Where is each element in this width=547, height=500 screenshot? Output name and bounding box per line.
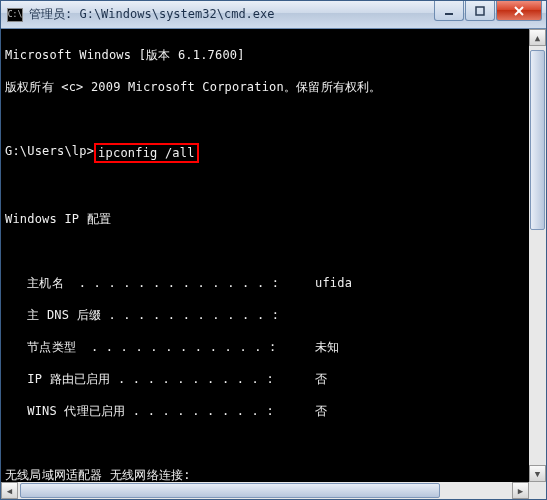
close-button[interactable] <box>496 1 542 21</box>
console-output[interactable]: Microsoft Windows [版本 6.1.7600] 版权所有 <c>… <box>1 29 546 499</box>
window-frame: C:\ 管理员: G:\Windows\system32\cmd.exe Mic… <box>0 0 547 500</box>
close-icon <box>513 5 525 17</box>
scroll-down-button[interactable]: ▼ <box>529 465 546 482</box>
vertical-scrollbar[interactable]: ▲ ▼ <box>529 29 546 482</box>
ip-route-label: IP 路由已启用 . . . . . . . . . . : <box>5 371 315 387</box>
header-line2: 版权所有 <c> 2009 Microsoft Corporation。保留所有… <box>5 79 382 95</box>
maximize-icon <box>475 6 485 16</box>
scroll-right-button[interactable]: ▶ <box>512 482 529 499</box>
chevron-right-icon: ▶ <box>518 486 523 496</box>
scroll-up-button[interactable]: ▲ <box>529 29 546 46</box>
hostname-label: 主机名 . . . . . . . . . . . . . : <box>5 275 315 291</box>
horizontal-scrollbar[interactable]: ◀ ▶ <box>1 482 529 499</box>
node-type-label: 节点类型 . . . . . . . . . . . . : <box>5 339 315 355</box>
window-controls <box>433 1 546 28</box>
console-area: Microsoft Windows [版本 6.1.7600] 版权所有 <c>… <box>1 29 546 499</box>
ip-route-value: 否 <box>315 371 327 387</box>
chevron-up-icon: ▲ <box>535 33 540 43</box>
cmd-icon: C:\ <box>7 8 23 22</box>
v-thumb[interactable] <box>530 50 545 230</box>
svg-rect-1 <box>476 7 484 15</box>
wins-value: 否 <box>315 403 327 419</box>
command-text: ipconfig /all <box>98 146 195 160</box>
wins-label: WINS 代理已启用 . . . . . . . . . : <box>5 403 315 419</box>
maximize-button[interactable] <box>465 1 495 21</box>
section-adapter-title: 无线局域网适配器 无线网络连接: <box>5 467 191 483</box>
svg-rect-0 <box>445 13 453 15</box>
scroll-left-button[interactable]: ◀ <box>1 482 18 499</box>
command-highlight: ipconfig /all <box>94 143 199 163</box>
titlebar[interactable]: C:\ 管理员: G:\Windows\system32\cmd.exe <box>1 1 546 29</box>
scrollbar-corner <box>529 482 546 499</box>
chevron-left-icon: ◀ <box>7 486 12 496</box>
v-track[interactable] <box>529 46 546 465</box>
prompt-prefix: G:\Users\lp> <box>5 143 94 163</box>
minimize-button[interactable] <box>434 1 464 21</box>
header-line1: Microsoft Windows [版本 6.1.7600] <box>5 47 245 63</box>
node-type-value: 未知 <box>315 339 339 355</box>
minimize-icon <box>444 6 454 16</box>
window-title: 管理员: G:\Windows\system32\cmd.exe <box>29 6 433 23</box>
section-ip-title: Windows IP 配置 <box>5 211 111 227</box>
dns-suffix-label: 主 DNS 后缀 . . . . . . . . . . . : <box>5 307 315 323</box>
hostname-value: ufida <box>315 275 352 291</box>
h-track[interactable] <box>18 482 512 499</box>
chevron-down-icon: ▼ <box>535 469 540 479</box>
h-thumb[interactable] <box>20 483 440 498</box>
